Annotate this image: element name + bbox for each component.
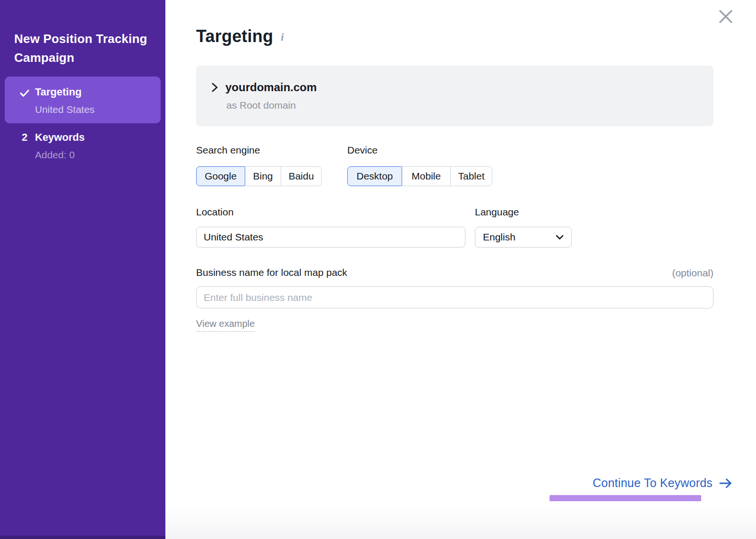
continue-underline-highlight — [550, 495, 701, 501]
chevron-right-icon — [211, 82, 218, 93]
view-example-link[interactable]: View example — [196, 318, 255, 332]
location-label: Location — [196, 206, 233, 218]
device-option-desktop[interactable]: Desktop — [347, 166, 402, 186]
domain-name: yourdomain.com — [225, 81, 317, 94]
location-input[interactable] — [196, 227, 465, 248]
business-name-label: Business name for local map pack — [196, 267, 347, 278]
info-icon[interactable]: i — [281, 31, 284, 43]
search-engine-option-baidu[interactable]: Baidu — [281, 166, 322, 186]
search-engine-option-bing[interactable]: Bing — [245, 166, 281, 186]
domain-scope: as Root domain — [226, 100, 296, 111]
device-group: Desktop Mobile Tablet — [347, 166, 492, 186]
chevron-down-icon — [556, 235, 564, 240]
device-label: Device — [347, 145, 378, 156]
step-sub-targeting: United States — [35, 104, 94, 115]
language-label: Language — [475, 206, 519, 218]
search-engine-group: Google Bing Baidu — [196, 166, 322, 186]
continue-label: Continue To Keywords — [593, 476, 713, 490]
new-campaign-modal: New Position Tracking Campaign Targeting… — [0, 0, 756, 539]
search-engine-option-google[interactable]: Google — [196, 166, 245, 186]
step-sub-keywords: Added: 0 — [35, 149, 75, 161]
device-option-tablet[interactable]: Tablet — [450, 166, 492, 186]
page-title: Targeting i — [196, 26, 284, 46]
domain-summary-box[interactable]: yourdomain.com as Root domain — [196, 66, 713, 126]
sidebar-step-targeting[interactable]: Targeting United States — [5, 77, 161, 123]
targeting-panel: Targeting i yourdomain.com as Root domai… — [165, 0, 756, 539]
language-select[interactable]: English — [475, 227, 572, 248]
close-icon[interactable] — [717, 8, 735, 26]
continue-to-keywords-button[interactable]: Continue To Keywords — [534, 476, 732, 490]
language-value: English — [483, 231, 515, 243]
search-engine-label: Search engine — [196, 145, 260, 156]
arrow-right-icon — [719, 478, 732, 488]
device-option-mobile[interactable]: Mobile — [402, 166, 451, 186]
sidebar: New Position Tracking Campaign Targeting… — [0, 0, 165, 539]
optional-hint: (optional) — [636, 267, 713, 279]
sidebar-title: New Position Tracking Campaign — [14, 29, 154, 67]
business-name-input[interactable] — [196, 286, 713, 308]
